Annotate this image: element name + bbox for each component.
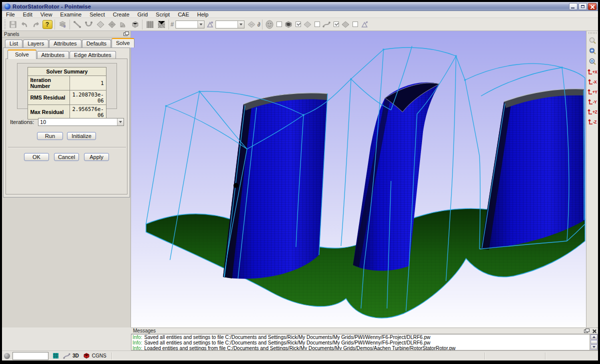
restore-button[interactable] bbox=[578, 3, 587, 10]
messages-title: Messages bbox=[133, 328, 156, 334]
menu-file[interactable]: File bbox=[2, 11, 19, 18]
minimize-button[interactable] bbox=[569, 3, 578, 10]
iterations-combo-arrow[interactable] bbox=[117, 118, 124, 126]
view-plus-z-button[interactable]: +Z bbox=[587, 107, 598, 116]
toolbar-grip[interactable] bbox=[4, 20, 6, 30]
dimension-combo-arrow[interactable] bbox=[198, 21, 204, 28]
show-blocks-button[interactable] bbox=[283, 19, 294, 30]
view-plus-y-button[interactable]: +Y bbox=[587, 87, 598, 96]
scroll-down-icon[interactable] bbox=[590, 344, 598, 350]
ok-button[interactable]: OK bbox=[24, 153, 49, 161]
messages-scrollbar[interactable] bbox=[590, 334, 598, 350]
run-button[interactable]: Run bbox=[37, 132, 63, 140]
zoom-reset-button[interactable] bbox=[588, 56, 598, 66]
blocks-visibility-checkbox[interactable] bbox=[296, 22, 301, 27]
viewport-3d[interactable] bbox=[131, 31, 586, 328]
connectors-visibility-checkbox[interactable] bbox=[334, 22, 339, 27]
scroll-up-icon[interactable] bbox=[590, 334, 598, 340]
create-meshed-domain-button[interactable] bbox=[106, 19, 118, 30]
zoom-to-fit-icon bbox=[588, 47, 596, 55]
messages-log[interactable]: Info:Saved all entities and settings to … bbox=[131, 334, 598, 350]
scroll-thumb[interactable] bbox=[590, 340, 598, 344]
panels-dock: Panels List Layers Attributes Defaults S… bbox=[2, 31, 131, 328]
show-dimensions-button[interactable] bbox=[359, 19, 370, 30]
menu-script[interactable]: Script bbox=[152, 11, 174, 18]
show-connectors-button[interactable] bbox=[321, 19, 332, 30]
zoom-to-fit-button[interactable] bbox=[588, 46, 598, 56]
close-button[interactable] bbox=[588, 3, 596, 10]
undo-button[interactable] bbox=[18, 19, 30, 30]
tab-solve[interactable]: Solve bbox=[112, 38, 134, 48]
spacings-visibility-checkbox[interactable] bbox=[352, 22, 358, 27]
messages-panel: Messages Info:Saved all entities and set… bbox=[131, 328, 598, 350]
show-database-button[interactable] bbox=[264, 19, 276, 30]
axis-arrow-icon bbox=[588, 88, 592, 96]
spacing-input[interactable] bbox=[216, 21, 238, 28]
zoom-icon bbox=[588, 36, 596, 44]
panels-float-icon[interactable] bbox=[124, 32, 128, 36]
tab-defaults[interactable]: Defaults bbox=[82, 40, 111, 48]
selected-point[interactable] bbox=[234, 183, 238, 188]
initialize-button[interactable]: Initialize bbox=[67, 132, 96, 140]
tab-list[interactable]: List bbox=[5, 40, 22, 48]
subtab-solve[interactable]: Solve bbox=[8, 50, 36, 59]
save-button[interactable] bbox=[7, 19, 18, 30]
create-curve-button[interactable] bbox=[83, 19, 94, 30]
iterations-combo[interactable] bbox=[38, 118, 124, 126]
help-button[interactable]: ? bbox=[42, 19, 53, 30]
panel-separator bbox=[8, 147, 126, 148]
tab-layers[interactable]: Layers bbox=[23, 40, 48, 48]
messages-float-icon[interactable] bbox=[584, 330, 588, 333]
create-block-button[interactable] bbox=[129, 19, 140, 30]
view-minus-z-button[interactable]: -Z bbox=[587, 117, 598, 126]
menu-view[interactable]: View bbox=[36, 11, 56, 18]
view-toolbar-grip[interactable] bbox=[588, 32, 596, 34]
redo-button[interactable] bbox=[30, 19, 42, 30]
create-domain-button[interactable] bbox=[94, 19, 106, 30]
tab-attributes[interactable]: Attributes bbox=[49, 40, 81, 48]
iteration-number-label: Iteration Number bbox=[28, 76, 70, 90]
solve-domain-button[interactable] bbox=[246, 19, 258, 30]
database-visibility-checkbox[interactable] bbox=[276, 22, 282, 27]
connector-status-icon bbox=[63, 353, 70, 359]
view-minus-x-button[interactable]: -X bbox=[587, 77, 598, 86]
show-domains-button[interactable] bbox=[302, 19, 314, 30]
extrude-button[interactable] bbox=[118, 19, 129, 30]
log-line: Info:Saved all entities and settings to … bbox=[132, 334, 596, 340]
log-line: Info:Loaded entities and settings from f… bbox=[132, 346, 596, 350]
blocks-cube-icon bbox=[284, 20, 293, 29]
unstructured-grid-button[interactable] bbox=[156, 19, 167, 30]
log-text: Saved all entities and settings to file … bbox=[144, 334, 430, 340]
solve-domain-icon bbox=[247, 20, 256, 28]
solve-tab-page: Solve Attributes Edge Attributes Solver … bbox=[3, 48, 130, 198]
menu-help[interactable]: Help bbox=[193, 11, 212, 18]
menu-create[interactable]: Create bbox=[109, 11, 134, 18]
spacing-combo[interactable] bbox=[216, 20, 244, 28]
zoom-button[interactable] bbox=[588, 36, 598, 46]
spacing-combo-arrow[interactable] bbox=[238, 21, 244, 28]
show-spacings-button[interactable] bbox=[340, 19, 352, 30]
viewport-3d-scene[interactable] bbox=[131, 31, 586, 328]
subtab-edge-attributes[interactable]: Edge Attributes bbox=[70, 51, 116, 59]
cancel-button[interactable]: Cancel bbox=[54, 153, 79, 161]
subtab-attributes[interactable]: Attributes bbox=[37, 51, 69, 59]
create-connector-button[interactable] bbox=[72, 19, 83, 30]
domains-visibility-checkbox[interactable] bbox=[314, 22, 320, 27]
menu-grid[interactable]: Grid bbox=[134, 11, 152, 18]
messages-close-icon[interactable] bbox=[592, 329, 596, 334]
apply-button[interactable]: Apply bbox=[84, 153, 109, 161]
connectors-curve-icon bbox=[322, 20, 331, 28]
menu-select[interactable]: Select bbox=[86, 11, 109, 18]
command-input[interactable] bbox=[12, 352, 48, 360]
iterations-input[interactable] bbox=[38, 118, 117, 126]
dimension-combo[interactable] bbox=[176, 20, 204, 28]
view-minus-y-button[interactable]: -Y bbox=[587, 97, 598, 106]
layers-stack-button[interactable] bbox=[56, 19, 68, 30]
view-plus-x-button[interactable]: +X bbox=[587, 67, 598, 76]
dimension-input[interactable] bbox=[176, 21, 198, 28]
structured-grid-button[interactable] bbox=[144, 19, 156, 30]
menu-cae[interactable]: CAE bbox=[174, 11, 194, 18]
menu-edit[interactable]: Edit bbox=[19, 11, 36, 18]
undo-icon bbox=[20, 20, 29, 28]
menu-examine[interactable]: Examine bbox=[56, 11, 86, 18]
